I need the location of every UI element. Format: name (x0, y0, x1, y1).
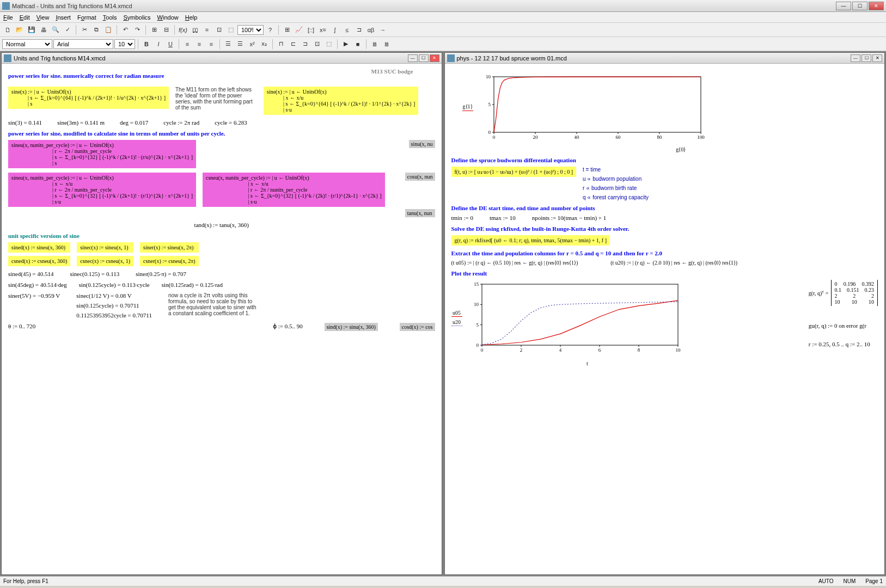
def-sinec[interactable]: sinec(x) := sineu(x, 1) (77, 242, 133, 253)
evaluate-icon[interactable]: x= (317, 24, 328, 35)
component-button[interactable]: ⊡ (213, 24, 224, 35)
doc2-maximize[interactable]: ☐ (861, 54, 871, 62)
minimize-button[interactable]: — (836, 2, 851, 10)
boolean-icon[interactable]: ≤ (341, 24, 352, 35)
ftu-def[interactable]: f(t, u) := [ u₁·u₀·(1 − u₀/u₂) + (u₀)² /… (451, 167, 577, 177)
menu-help[interactable]: Help (185, 14, 198, 21)
bullets-button[interactable]: ☰ (223, 39, 234, 50)
doc2-icon[interactable]: 🗎 (381, 39, 392, 50)
matrix-icon[interactable]: [::] (305, 24, 316, 35)
status-auto: AUTO (818, 578, 834, 584)
doc1-content[interactable]: power series for sine. numerically corre… (2, 64, 442, 574)
range-sind[interactable]: sind(x) := sinu(x, 360) (325, 323, 378, 331)
sine-def-left[interactable]: sine(x) := | u ← UnitsOf(x) | s ← Σ_{k=0… (8, 87, 169, 109)
insert-obj-button[interactable]: ⬚ (225, 24, 236, 35)
sineu-def2[interactable]: sineu(x, nunits_per_cycle) := | u ← Unit… (8, 173, 196, 207)
align2-button[interactable]: ⊟ (161, 24, 172, 35)
italic-button[interactable]: I (153, 39, 164, 50)
maximize-button[interactable]: ☐ (852, 2, 867, 10)
tanu-grey[interactable]: tanu(x, nun (405, 209, 435, 217)
result-deg: deg = 0.017 (120, 119, 148, 126)
menu-file[interactable]: File (3, 14, 13, 21)
calculator-icon[interactable]: ⊞ (282, 24, 292, 35)
paste-button[interactable]: 📋 (103, 24, 114, 35)
doc1-icon[interactable]: 🗎 (369, 39, 380, 50)
menu-symbolics[interactable]: Symbolics (123, 14, 150, 21)
def-csner[interactable]: csner(x) := csneu(x, 2π) (140, 256, 199, 266)
copy-button[interactable]: ⧉ (91, 24, 102, 35)
sep2-icon[interactable]: ⊏ (288, 39, 298, 50)
tu05: (t u05) := | (r q) ← (0.5 10) | res ← g(… (451, 260, 578, 266)
menu-edit[interactable]: Edit (20, 14, 30, 21)
menu-window[interactable]: Window (157, 14, 179, 21)
run-icon[interactable]: ▶ (340, 39, 351, 50)
undo-button[interactable]: ↶ (120, 24, 131, 35)
spell-button[interactable]: ✓ (62, 24, 73, 35)
def-siner[interactable]: siner(x) := sineu(x, 2π) (140, 242, 199, 253)
numbers-button[interactable]: ☰ (235, 39, 246, 50)
gu-def: gu(r, q) := 0 on error g(r (809, 322, 878, 329)
symbolic-icon[interactable]: → (377, 24, 388, 35)
menu-insert[interactable]: Insert (56, 14, 71, 21)
programming-icon[interactable]: ⊐ (353, 24, 364, 35)
tu20: (t u20) := | (r q) ← (2.0 10) | res ← g(… (610, 260, 737, 266)
doc2-icon (447, 54, 455, 62)
sep5-icon[interactable]: ⬚ (323, 39, 334, 50)
align-right-button[interactable]: ≡ (206, 39, 217, 50)
tand-def: tand(x) := tanu(x, 360) (194, 222, 249, 228)
doc2-close[interactable]: ✕ (872, 54, 882, 62)
style-select[interactable]: Normal (2, 39, 52, 49)
def-sined[interactable]: sined(x) := sineu(x, 360) (8, 242, 70, 253)
close-button[interactable]: ✕ (869, 2, 884, 10)
greek-icon[interactable]: αβ (365, 24, 376, 35)
help-button[interactable]: ? (265, 24, 276, 35)
fx-button[interactable]: f(x) (178, 24, 188, 35)
doc2-minimize[interactable]: — (851, 54, 860, 62)
chart1[interactable]: 0204060801000510 (476, 72, 705, 143)
sep4-icon[interactable]: ⊡ (311, 39, 322, 50)
unit-button[interactable]: 🕮 (190, 24, 200, 35)
sineu-def1[interactable]: sineu(x, nunits_per_cycle) := | u ← Unit… (8, 140, 196, 168)
graph-icon[interactable]: 📈 (294, 24, 304, 35)
def-csned[interactable]: csned(x) := csneu(x, 360) (8, 256, 70, 266)
menu-view[interactable]: View (36, 14, 50, 21)
csneu-def[interactable]: csneu(x, nunits_per_cycle) := | u ← Unit… (203, 173, 385, 207)
chart2[interactable]: 0246810051015 (465, 280, 682, 356)
stop-icon[interactable]: ■ (352, 39, 363, 50)
new-button[interactable]: 🗋 (2, 24, 13, 35)
doc2-content[interactable]: g⟨1⟩ 0204060801000510 g⟨0⟩ Define the sp… (445, 64, 885, 574)
bold-button[interactable]: B (141, 39, 152, 50)
zoom-select[interactable]: 100% (237, 25, 264, 35)
align-left-button[interactable]: ≡ (182, 39, 193, 50)
save-button[interactable]: 💾 (26, 24, 37, 35)
font-select[interactable]: Arial (53, 39, 113, 49)
grq-def[interactable]: g(r, q) := rkfixed[ (u0 ← 0.1; r; q), tm… (451, 235, 610, 246)
align-center-button[interactable]: ≡ (194, 39, 205, 50)
print-button[interactable]: 🖶 (38, 24, 49, 35)
cosu-grey[interactable]: cosu(x, nun (405, 173, 435, 181)
calculus-icon[interactable]: ∫ (329, 24, 340, 35)
redo-button[interactable]: ↷ (132, 24, 143, 35)
menu-tools[interactable]: Tools (103, 14, 117, 21)
doc1-close[interactable]: ✕ (430, 54, 439, 62)
def-csnec[interactable]: csnec(x) := csneu(x, 1) (77, 256, 133, 266)
underline-button[interactable]: U (165, 39, 176, 50)
sep-icon[interactable]: ⊓ (276, 39, 286, 50)
open-button[interactable]: 📂 (14, 24, 25, 35)
size-select[interactable]: 10 (114, 39, 135, 49)
sup-button[interactable]: x² (247, 39, 258, 50)
calc-button[interactable]: = (201, 24, 212, 35)
range-cosd[interactable]: cosd(x) := cos (400, 323, 435, 331)
preview-button[interactable]: 🔍 (50, 24, 61, 35)
sine-def-right[interactable]: sine(x) := | u ← UnitsOf(x) | x ← x/u | … (264, 87, 418, 115)
align-button[interactable]: ⊞ (149, 24, 160, 35)
sep3-icon[interactable]: ⊐ (300, 39, 310, 50)
cut-button[interactable]: ✂ (79, 24, 90, 35)
menu-format[interactable]: Format (77, 14, 96, 21)
doc1-h3: unit specific versions of sine (8, 232, 435, 239)
svg-text:2: 2 (520, 347, 522, 353)
doc1-minimize[interactable]: — (408, 54, 418, 62)
sub-button[interactable]: x₂ (259, 39, 270, 50)
sinu-grey[interactable]: sinu(x, nu (409, 140, 435, 148)
doc1-maximize[interactable]: ☐ (419, 54, 429, 62)
